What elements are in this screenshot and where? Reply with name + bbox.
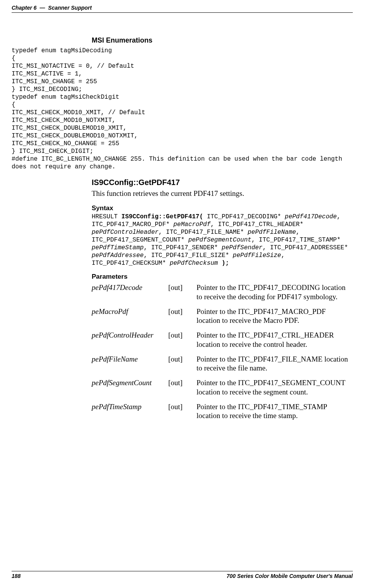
section-label: Scanner Support <box>48 5 92 11</box>
running-header: Chapter 6 — Scanner Support <box>12 0 353 13</box>
syntax-arg: pePdf417Decode <box>285 213 337 220</box>
table-row: pePdfControlHeader [out] Pointer to the … <box>92 329 353 353</box>
syntax-text: , ITC_PDF417_ADDRESSEE* <box>263 244 352 251</box>
syntax-arg: pePdfFileName <box>248 229 296 236</box>
syntax-text: , ITC_PDF417_FILE_SIZE* <box>144 252 232 259</box>
table-row: pePdfTimeStamp [out] Pointer to the ITC_… <box>92 401 353 425</box>
header-sep: — <box>38 5 46 11</box>
table-row: peMacroPdf [out] Pointer to the ITC_PDF4… <box>92 305 353 329</box>
param-name: pePdfSegmentCount <box>92 377 168 401</box>
param-dir: [out] <box>168 329 197 353</box>
page-number: 188 <box>12 573 21 580</box>
book-title: 700 Series Color Mobile Computer User's … <box>227 573 353 580</box>
syntax-text: , ITC_PDF417_SENDER* <box>144 244 222 251</box>
parameters-table: pePdf417Decode [out] Pointer to the ITC_… <box>92 281 353 424</box>
syntax-arg: pePdfAddressee <box>92 252 144 259</box>
param-name: pePdf417Decode <box>92 281 168 305</box>
param-dir: [out] <box>168 305 197 329</box>
syntax-arg: pePdfFileSize <box>233 252 281 259</box>
param-name: pePdfTimeStamp <box>92 401 168 425</box>
syntax-arg: pePdfTimeStamp <box>92 244 144 251</box>
getpdf417-description: This function retrieves the current PDF4… <box>92 189 353 199</box>
syntax-text: ITC_PDF417_DECODING* <box>203 213 285 220</box>
syntax-arg: peMacroPdf <box>173 221 210 228</box>
syntax-text: , ITC_PDF417_TIME_STAMP* <box>251 237 344 243</box>
table-row: pePdfFileName [out] Pointer to the ITC_P… <box>92 353 353 377</box>
param-desc: Pointer to the ITC_PDF417_FILE_NAME loca… <box>197 353 353 377</box>
footer: 188 700 Series Color Mobile Computer Use… <box>12 571 353 580</box>
param-dir: [out] <box>168 281 197 305</box>
param-name: pePdfFileName <box>92 353 168 377</box>
syntax-arg: pePdfSender <box>222 244 263 251</box>
param-desc: Pointer to the ITC_PDF417_SEGMENT_COUNT … <box>197 377 353 401</box>
syntax-code: HRESULT IS9CConfig::GetPDF417( ITC_PDF41… <box>92 213 353 267</box>
param-name: peMacroPdf <box>92 305 168 329</box>
param-desc: Pointer to the ITC_PDF417_MACRO_PDF loca… <box>197 305 353 329</box>
param-desc: Pointer to the ITC_PDF417_CTRL_HEADER lo… <box>197 329 353 353</box>
syntax-text: HRESULT <box>92 213 121 220</box>
syntax-text: , ITC_PDF417_CTRL_HEADER* <box>210 221 307 228</box>
param-desc: Pointer to the ITC_PDF417_TIME_STAMP loc… <box>197 401 353 425</box>
table-row: pePdf417Decode [out] Pointer to the ITC_… <box>92 281 353 305</box>
param-dir: [out] <box>168 377 197 401</box>
msi-enumerations-code: typedef enum tagMsiDecoding { ITC_MSI_NO… <box>12 47 353 171</box>
param-dir: [out] <box>168 401 197 425</box>
syntax-arg: pePdfChecksum <box>170 260 218 267</box>
syntax-heading: Syntax <box>92 204 353 212</box>
parameters-heading: Parameters <box>92 273 353 281</box>
syntax-end: ); <box>218 260 229 267</box>
table-row: pePdfSegmentCount [out] Pointer to the I… <box>92 377 353 401</box>
syntax-arg: pePdfControlHeader <box>92 229 159 236</box>
param-desc: Pointer to the ITC_PDF417_DECODING locat… <box>197 281 353 305</box>
getpdf417-heading: IS9CConfig::GetPDF417 <box>92 178 353 187</box>
param-name: pePdfControlHeader <box>92 329 168 353</box>
param-dir: [out] <box>168 353 197 377</box>
syntax-fn: IS9CConfig::GetPDF417( <box>121 213 203 220</box>
syntax-arg: pePdfSegmentCount <box>188 237 251 243</box>
syntax-text: , ITC_PDF417_FILE_NAME* <box>159 229 248 236</box>
msi-enumerations-heading: MSI Enumerations <box>92 36 353 45</box>
chapter-label: Chapter 6 <box>12 5 37 11</box>
